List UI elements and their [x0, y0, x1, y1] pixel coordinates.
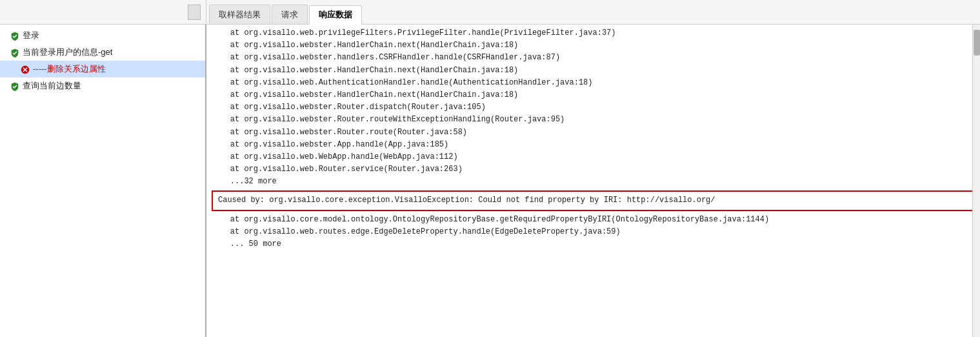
right-panel: at org.visallo.web.privilegeFilters.Priv… — [206, 25, 980, 337]
log-line: at org.visallo.web.routes.edge.EdgeDelet… — [212, 226, 975, 238]
log-line: at org.visallo.webster.HandlerChain.next… — [212, 65, 975, 77]
tree-item-label-login: 登录 — [23, 30, 39, 41]
tab-sampler[interactable]: 取样器结果 — [209, 5, 270, 24]
log-line: at org.visallo.webster.Router.routeWithE… — [212, 114, 975, 126]
log-line: at org.visallo.webster.HandlerChain.next… — [212, 89, 975, 101]
text-panel-header — [0, 0, 206, 24]
green-check-icon — [10, 30, 19, 41]
log-line: at org.visallo.webster.Router.dispatch(R… — [212, 101, 975, 114]
scrollbar-thumb[interactable] — [974, 30, 980, 56]
main-container: 取样器结果请求响应数据 登录 当前登录用户的信息-get -----删除关系边属… — [0, 0, 980, 337]
log-line: at org.visallo.core.model.ontology.Ontol… — [212, 214, 975, 226]
log-line: at org.visallo.web.AuthenticationHandler… — [212, 77, 975, 89]
tree-item-user-info[interactable]: 当前登录用户的信息-get — [0, 44, 205, 61]
log-line: ... 50 more — [212, 238, 975, 250]
red-error-icon — [21, 64, 30, 74]
tree-item-label-user-info: 当前登录用户的信息-get — [23, 46, 112, 58]
log-line: at org.visallo.web.Router.service(Router… — [212, 163, 975, 176]
green-check-icon — [10, 47, 19, 57]
tree-item-query-edge[interactable]: 查询当前边数量 — [0, 77, 205, 94]
log-line: ...32 more — [212, 176, 975, 188]
log-content[interactable]: at org.visallo.web.privilegeFilters.Priv… — [206, 25, 980, 337]
top-bar: 取样器结果请求响应数据 — [0, 0, 980, 25]
log-line: at org.visallo.web.WebApp.handle(WebApp.… — [212, 151, 975, 163]
tree-item-label-delete-edge: -----删除关系边属性 — [33, 63, 106, 75]
log-line: at org.visallo.webster.Router.route(Rout… — [212, 127, 975, 139]
tree-item-delete-edge[interactable]: -----删除关系边属性 — [0, 61, 205, 77]
tree-item-label-query-edge: 查询当前边数量 — [23, 80, 81, 92]
tree-item-login[interactable]: 登录 — [0, 27, 205, 44]
tab-response[interactable]: 响应数据 — [309, 5, 362, 25]
log-line: at org.visallo.web.privilegeFilters.Priv… — [212, 27, 975, 39]
log-line: at org.visallo.webster.handlers.CSRFHand… — [212, 52, 975, 64]
error-box: Caused by: org.visallo.core.exception.Vi… — [212, 190, 975, 210]
log-line: at org.visallo.webster.App.handle(App.ja… — [212, 139, 975, 151]
scrollbar-right[interactable] — [972, 25, 980, 337]
dropdown-arrow[interactable] — [188, 5, 201, 20]
content-area: 登录 当前登录用户的信息-get -----删除关系边属性 查询当前边数量 at… — [0, 25, 980, 337]
tabs-container: 取样器结果请求响应数据 — [206, 0, 980, 24]
log-line: at org.visallo.webster.HandlerChain.next… — [212, 39, 975, 52]
green-check-icon — [10, 81, 19, 91]
tab-request[interactable]: 请求 — [272, 5, 308, 24]
left-panel: 登录 当前登录用户的信息-get -----删除关系边属性 查询当前边数量 — [0, 25, 206, 337]
